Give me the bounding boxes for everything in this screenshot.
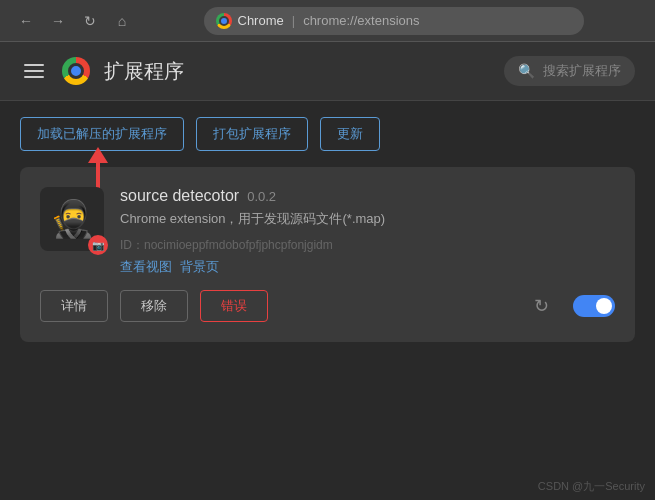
extension-toggle[interactable]	[573, 295, 615, 317]
back-button[interactable]: ←	[12, 7, 40, 35]
card-actions: 详情 移除 错误 ↻	[40, 290, 615, 322]
update-button[interactable]: 更新	[320, 117, 380, 151]
extension-description: Chrome extension，用于发现源码文件(*.map)	[120, 209, 615, 229]
detail-button[interactable]: 详情	[40, 290, 108, 322]
card-top: 🥷 📷 source detecotor 0.0.2 Chrome extens…	[40, 187, 615, 276]
address-separator: |	[292, 13, 295, 28]
toolbar: 加载已解压的扩展程序 打包扩展程序 更新	[0, 101, 655, 167]
address-bar[interactable]: Chrome | chrome://extensions	[204, 7, 584, 35]
extension-name-row: source detecotor 0.0.2	[120, 187, 615, 205]
background-link[interactable]: 背景页	[180, 258, 219, 276]
remove-button[interactable]: 移除	[120, 290, 188, 322]
toggle-knob	[596, 298, 612, 314]
extension-card: 🥷 📷 source detecotor 0.0.2 Chrome extens…	[20, 167, 635, 342]
extension-emoji-icon: 🥷	[50, 198, 95, 240]
reload-button[interactable]: ↻	[76, 7, 104, 35]
page-title: 扩展程序	[104, 58, 184, 85]
header-chrome-logo-icon	[62, 57, 90, 85]
load-unpacked-button[interactable]: 加载已解压的扩展程序	[20, 117, 184, 151]
address-url: chrome://extensions	[303, 13, 419, 28]
search-placeholder: 搜索扩展程序	[543, 62, 621, 80]
search-box[interactable]: 🔍 搜索扩展程序	[504, 56, 635, 86]
extension-icon: 🥷 📷	[40, 187, 104, 251]
extension-badge-icon: 📷	[88, 235, 108, 255]
error-button[interactable]: 错误	[200, 290, 268, 322]
home-button[interactable]: ⌂	[108, 7, 136, 35]
pack-extension-button[interactable]: 打包扩展程序	[196, 117, 308, 151]
extension-version: 0.0.2	[247, 189, 276, 204]
extension-info: source detecotor 0.0.2 Chrome extension，…	[120, 187, 615, 276]
nav-buttons: ← → ↻ ⌂	[12, 7, 136, 35]
page-header: 扩展程序 🔍 搜索扩展程序	[0, 42, 655, 101]
search-icon: 🔍	[518, 63, 535, 79]
watermark: CSDN @九一Security	[538, 479, 645, 494]
browser-chrome-bar: ← → ↻ ⌂ Chrome | chrome://extensions	[0, 0, 655, 42]
tab-name: Chrome	[238, 13, 284, 28]
forward-button[interactable]: →	[44, 7, 72, 35]
header-left: 扩展程序	[20, 57, 184, 85]
menu-button[interactable]	[20, 60, 48, 82]
refresh-icon[interactable]: ↻	[534, 295, 549, 317]
extension-name: source detecotor	[120, 187, 239, 205]
extensions-page: 扩展程序 🔍 搜索扩展程序 加载已解压的扩展程序 打包扩展程序 更新 🥷 📷	[0, 42, 655, 500]
extension-id: ID：nocimioeppfmdobofpfjphcpfonjgidm	[120, 237, 615, 254]
view-link[interactable]: 查看视图	[120, 258, 172, 276]
extension-links: 查看视图 背景页	[120, 258, 615, 276]
chrome-logo-icon	[216, 13, 232, 29]
